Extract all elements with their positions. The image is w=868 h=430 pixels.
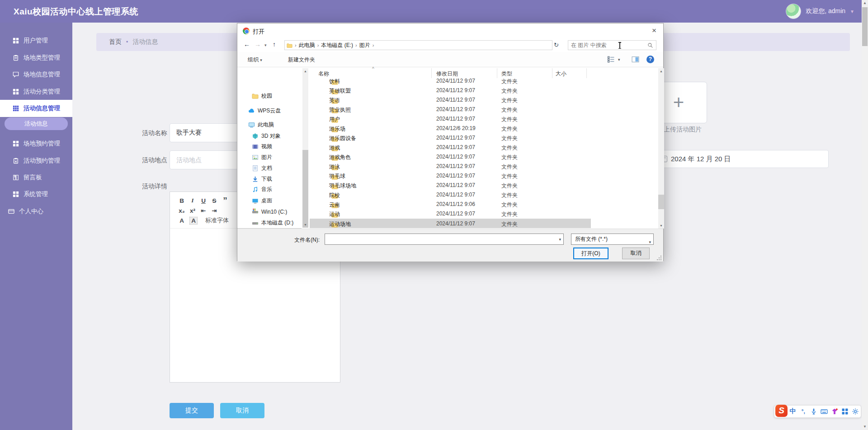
scroll-up-icon[interactable]: ▲ [862,0,868,6]
settings-icon[interactable] [850,408,861,415]
sidebar-item-活动分类管理[interactable]: 活动分类管理 [0,83,72,100]
file-row-营业执照[interactable]: 营业执照2024/11/12 9:07文件夹 [310,104,591,114]
blockquote-button[interactable]: ” [220,198,231,203]
view-dropdown-icon[interactable]: ▾ [618,57,620,62]
user-menu[interactable]: 欢迎您, admin ▼ [786,0,854,23]
scroll-down-icon[interactable]: ▼ [862,424,868,430]
nav-item-图片[interactable]: 图片 [237,152,302,163]
sidebar-item-用户管理[interactable]: 用户管理 [0,32,72,49]
column-header-类型[interactable]: 类型 [501,70,512,78]
scroll-up-icon[interactable]: ▲ [302,68,308,74]
file-row-院校[interactable]: 院校2024/11/12 9:07文件夹 [310,190,591,199]
file-row-云南[interactable]: 云南2024/11/12 9:06文件夹 [310,199,591,209]
nav-item-WPS云盘[interactable]: WPS云盘 [237,106,302,116]
apps-grid-icon[interactable] [840,408,850,415]
dialog-cancel-button[interactable]: 取消 [622,248,650,259]
sidebar-item-留言板[interactable]: 留言板 [0,169,72,186]
open-button[interactable]: 打开(O) [573,248,609,259]
nav-item-下载[interactable]: 下载 [237,174,302,184]
ime-chinese-mode[interactable]: 中 [788,407,798,416]
path-segment[interactable]: 此电脑 [299,42,315,49]
new-folder-button[interactable]: 新建文件夹 [288,56,315,64]
nav-item-此电脑[interactable]: 此电脑 [237,120,302,130]
file-row-游乐场[interactable]: 游乐场2024/12/6 20:19文件夹 [310,123,591,133]
ime-punctuation[interactable]: °, [798,408,808,415]
submit-button[interactable]: 提交 [170,403,214,418]
scrollbar-thumb[interactable] [302,150,308,228]
scrollbar-thumb[interactable] [658,195,664,209]
path-segment[interactable]: 本地磁盘 (E:) [321,42,353,49]
column-header-修改日期[interactable]: 修改日期 [436,70,458,78]
dialog-titlebar[interactable]: 打开 × [237,23,663,38]
sidebar-item-个人中心[interactable]: 个人中心 [0,203,72,220]
scroll-down-icon[interactable]: ▼ [658,223,664,229]
strikethrough-button[interactable]: S [209,197,220,204]
history-dropdown-icon[interactable]: ▾ [264,43,267,47]
bold-button[interactable]: B [176,197,187,204]
chevron-down-icon[interactable]: ▾ [559,237,561,242]
resize-grip[interactable] [656,255,662,261]
underline-button[interactable]: U [198,197,209,204]
sidebar-item-场地信息管理[interactable]: 场地信息管理 [0,66,72,83]
back-icon[interactable]: ← [244,41,250,48]
filetype-select[interactable]: 所有文件 (*.*) ▾ [571,234,654,245]
sidebar-item-活动预约管理[interactable]: 活动预约管理 [0,152,72,169]
nav-item-Win10 (C:)[interactable]: Win10 (C:) [237,206,302,217]
nav-item-文档[interactable]: 文档 [237,163,302,173]
list-view-icon[interactable] [607,56,615,63]
file-row-游戏[interactable]: 游戏2024/11/12 9:07文件夹 [310,142,591,152]
scroll-down-icon[interactable]: ▼ [302,222,308,228]
file-row-游乐园设备[interactable]: 游乐园设备2024/11/12 9:07文件夹 [310,133,591,142]
file-row-用户[interactable]: 用户2024/11/12 9:07文件夹 [310,114,591,123]
file-row-饮料[interactable]: 饮料2024/11/12 9:07文件夹 [310,78,591,85]
filename-combo[interactable]: ▾ [325,234,564,245]
close-icon[interactable]: × [649,25,660,36]
help-icon[interactable]: ? [646,56,654,63]
nav-item-桌面[interactable]: 桌面 [237,196,302,206]
nav-item-音乐[interactable]: 音乐 [237,184,302,195]
file-row-英语[interactable]: 英语2024/11/12 9:07文件夹 [310,95,591,104]
sogou-logo-icon[interactable]: S [775,405,788,417]
skin-icon[interactable] [830,408,840,415]
column-divider[interactable] [497,68,497,78]
nav-item-视频[interactable]: 视频 [237,141,302,152]
page-scrollbar[interactable]: ▲ ▼ [862,0,868,430]
sidebar-item-系统管理[interactable]: 系统管理 [0,186,72,203]
activity-date-input[interactable]: 2024 年 12 月 20 日 [656,150,829,168]
scrollbar-thumb[interactable] [862,7,868,46]
tree-scrollbar[interactable]: ▲ ▼ [302,68,308,228]
outdent-button[interactable]: ⇤ [198,207,209,214]
subscript-button[interactable]: x₂ [176,207,187,214]
indent-button[interactable]: ⇥ [209,207,220,214]
italic-button[interactable]: I [187,197,198,204]
file-row-英雄联盟[interactable]: 英雄联盟2024/11/12 9:07文件夹 [310,85,591,95]
file-row-运动场地[interactable]: 运动场地2024/11/12 9:07文件夹 [310,219,591,228]
breadcrumb-home[interactable]: 首页 [109,38,122,46]
file-row-游泳[interactable]: 游泳2024/11/12 9:07文件夹 [310,161,591,171]
up-icon[interactable]: ↑ [273,41,276,48]
refresh-icon[interactable]: ↻ [554,42,559,48]
font-family-button[interactable]: 标准字体 [205,216,229,224]
file-row-羽毛球[interactable]: 羽毛球2024/11/12 9:07文件夹 [310,171,591,180]
sidebar-item-活动信息管理[interactable]: 活动信息管理 [0,100,72,117]
preview-pane-icon[interactable] [632,56,639,63]
microphone-icon[interactable] [808,408,819,415]
sidebar-item-场地预约管理[interactable]: 场地预约管理 [0,135,72,152]
sidebar-item-场地类型管理[interactable]: 场地类型管理 [0,49,72,66]
list-scrollbar[interactable]: ▲ ▼ [658,68,664,229]
forward-icon[interactable]: → [255,41,261,48]
search-input[interactable]: 在 图片 中搜索 [568,40,656,50]
nav-item-3D 对象[interactable]: 3D 对象 [237,131,302,141]
nav-item-校园[interactable]: 校园 [237,91,302,101]
font-color-button[interactable]: A [176,217,187,224]
column-header-名称[interactable]: 名称 [318,70,329,78]
cancel-button[interactable]: 取消 [220,403,264,418]
keyboard-icon[interactable] [819,408,829,415]
file-row-游戏角色[interactable]: 游戏角色2024/11/12 9:07文件夹 [310,152,591,161]
superscript-button[interactable]: x² [187,207,198,214]
scroll-up-icon[interactable]: ▲ [658,68,664,74]
column-divider[interactable] [586,68,587,78]
path-segment[interactable]: 图片 [359,42,370,49]
column-divider[interactable] [431,68,432,78]
file-row-羽毛球场地[interactable]: 羽毛球场地2024/11/12 9:07文件夹 [310,180,591,190]
